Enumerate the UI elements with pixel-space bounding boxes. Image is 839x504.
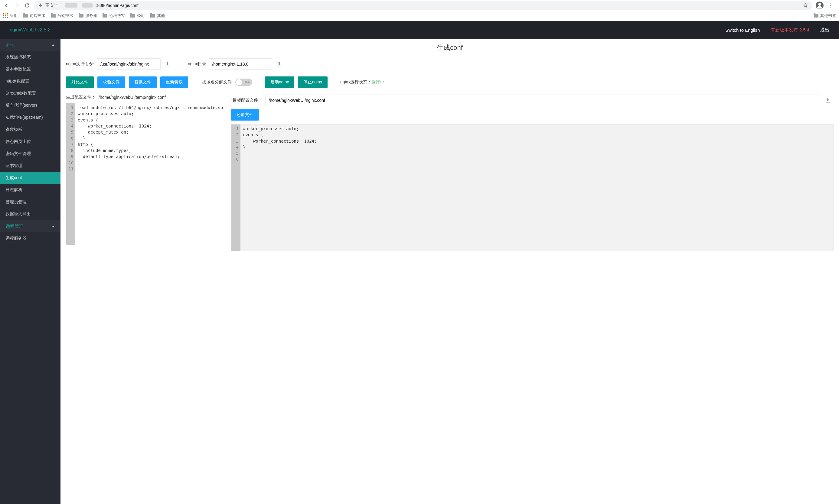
logout-link[interactable]: 退出 [820, 27, 829, 33]
bookmark-apps[interactable]: 应用 [3, 13, 18, 18]
chevron-up-icon [51, 224, 55, 228]
star-icon[interactable] [803, 3, 808, 8]
version-notice-link[interactable]: 有新版本发布 2.5.4 [771, 27, 809, 33]
target-conf-label: *目标配置文件： [231, 97, 262, 103]
verify-file-button[interactable]: 校验文件 [97, 76, 125, 88]
split-by-domain-label: 按域名分解文件 [202, 79, 232, 85]
reload-button[interactable]: 重新装载 [160, 76, 188, 88]
svg-point-4 [831, 7, 832, 7]
insecure-icon [38, 3, 43, 8]
folder-icon [79, 14, 84, 18]
sidebar-item[interactable]: 参数模板 [0, 124, 61, 136]
bookmark-folder[interactable]: 服务器 [79, 13, 97, 18]
generated-conf-editor[interactable]: 1234567891011 load_module /usr/lib64/ngi… [66, 103, 223, 245]
masked-host-2 [82, 3, 92, 7]
start-nginx-button[interactable]: 启动nginx [265, 76, 294, 88]
svg-point-1 [818, 3, 821, 6]
sidebar-item[interactable]: 系统运行状态 [0, 51, 61, 63]
apps-icon [3, 13, 8, 18]
profile-avatar-icon[interactable] [816, 1, 824, 10]
svg-point-3 [831, 5, 832, 6]
folder-icon [814, 14, 819, 18]
url-tail: :8080/adminPage/conf [96, 3, 138, 8]
sidebar-item[interactable]: 日志解析 [0, 184, 61, 196]
address-bar[interactable]: 不安全 | :8080/adminPage/conf [34, 1, 812, 10]
toggle-off-label: OFF [244, 81, 251, 84]
chevron-up-icon [51, 43, 55, 47]
sidebar-item[interactable]: Stream参数配置 [0, 87, 61, 100]
sidebar-item[interactable]: 生成conf [0, 172, 61, 184]
brand-title: nginxWebUI v2.5.2 [10, 27, 51, 33]
sidebar-group-remote[interactable]: 远程管理 [0, 220, 61, 232]
upload-cmd-button[interactable] [162, 58, 173, 70]
bookmark-folder[interactable]: 公司 [130, 13, 145, 18]
sidebar-item[interactable]: 密码文件管理 [0, 148, 61, 160]
forward-button[interactable] [13, 2, 20, 9]
target-conf-input[interactable] [265, 94, 820, 106]
reload-button[interactable] [23, 2, 31, 9]
sidebar-item[interactable]: 数据导入导出 [0, 208, 61, 220]
nginx-cmd-label: nginx执行命令* [66, 61, 95, 67]
sidebar-item[interactable]: 管理员管理 [0, 196, 61, 208]
bookmarks-bar: 应用 前端技术 后端技术 服务器 论坛博客 公司 其他 其他书签 [0, 11, 839, 20]
sidebar-item[interactable]: 静态网页上传 [0, 136, 61, 148]
browser-chrome: 不安全 | :8080/adminPage/conf 应用 前端技术 后端技术 … [0, 0, 839, 21]
bookmark-folder[interactable]: 前端技术 [23, 13, 45, 18]
other-bookmarks[interactable]: 其他书签 [814, 13, 836, 18]
sidebar-item[interactable]: 远程服务器 [0, 232, 61, 245]
gen-conf-path: /home/nginxWebUI/temp/nginx.conf [99, 95, 166, 100]
nginx-status-label: nginx运行状态：运行中 [340, 79, 384, 85]
folder-icon [23, 14, 28, 18]
sidebar-item[interactable]: 反向代理(server) [0, 100, 61, 111]
nginx-status-value: 运行中 [372, 79, 384, 84]
split-by-domain-toggle[interactable]: OFF [235, 78, 252, 86]
upload-dir-button[interactable] [273, 58, 285, 70]
target-conf-editor[interactable]: 123456 worker_processes auto;events { wo… [231, 124, 834, 251]
replace-file-button[interactable]: 替换文件 [129, 76, 157, 88]
svg-point-2 [831, 3, 832, 4]
main-content: 生成conf nginx执行命令* nginx目录 对比文件 校验文件 [61, 39, 839, 504]
sidebar-item[interactable]: 基本参数配置 [0, 63, 61, 75]
folder-icon [103, 14, 107, 18]
nginx-dir-label: nginx目录 [188, 61, 206, 67]
sidebar-item[interactable]: 负载均衡(upstream) [0, 111, 61, 124]
sidebar: 本地 系统运行状态基本参数配置http参数配置Stream参数配置反向代理(se… [0, 39, 61, 504]
folder-icon [130, 14, 135, 18]
gen-conf-label: 生成配置文件： [66, 94, 96, 100]
bookmark-folder[interactable]: 论坛博客 [103, 13, 125, 18]
app-header: nginxWebUI v2.5.2 Switch to English 有新版本… [0, 21, 839, 39]
compare-file-button[interactable]: 对比文件 [66, 76, 94, 88]
switch-language-link[interactable]: Switch to English [725, 28, 760, 33]
kebab-menu-icon[interactable] [828, 3, 834, 8]
page-title: 生成conf [433, 43, 466, 52]
stop-nginx-button[interactable]: 停止nginx [298, 76, 327, 88]
back-button[interactable] [3, 2, 10, 9]
folder-icon [150, 14, 155, 18]
upload-target-button[interactable] [822, 94, 834, 106]
nginx-dir-input[interactable] [209, 58, 272, 70]
masked-host [65, 3, 78, 7]
sidebar-item[interactable]: http参数配置 [0, 75, 61, 87]
sidebar-group-local[interactable]: 本地 [0, 39, 61, 51]
bookmark-folder[interactable]: 其他 [150, 13, 165, 18]
bookmark-apps-label: 应用 [10, 13, 18, 18]
sidebar-item[interactable]: 证书管理 [0, 160, 61, 172]
insecure-label: 不安全 [45, 3, 58, 8]
folder-icon [51, 14, 56, 18]
bookmark-folder[interactable]: 后端技术 [51, 13, 73, 18]
restore-file-button[interactable]: 还原文件 [231, 109, 259, 121]
nginx-cmd-input[interactable] [97, 58, 160, 70]
